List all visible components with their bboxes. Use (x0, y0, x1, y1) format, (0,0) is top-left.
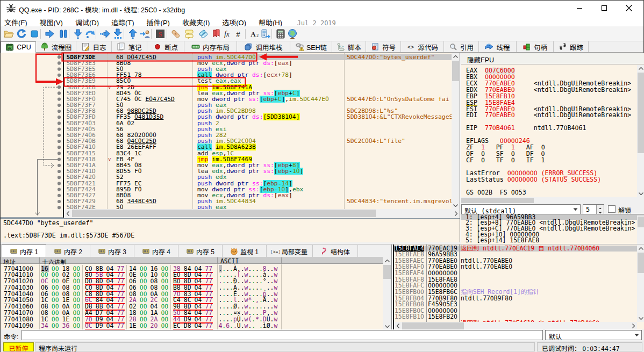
tab-源代码[interactable]: 源代码 (401, 41, 444, 52)
dump-tab-内存 5[interactable]: 内存 5 (178, 245, 223, 257)
menu-追踪(T)[interactable]: 追踪(T) (105, 16, 141, 26)
command-type-combo[interactable]: 默认 (545, 330, 642, 340)
close-button[interactable] (617, 1, 641, 16)
disasm-vscrollbar[interactable] (452, 53, 460, 209)
registers-hscrollbar[interactable] (461, 197, 644, 204)
scrollbar-arrow[interactable] (452, 53, 460, 60)
internet-globe-icon[interactable] (287, 28, 298, 39)
scrollbar-thumb[interactable] (461, 198, 534, 203)
scrollbar-arrow[interactable] (452, 209, 460, 218)
calculator-phone-icon[interactable] (260, 28, 270, 39)
dump-tab-局部变量[interactable]: 局部变量 (267, 245, 313, 257)
menu-视图(V)[interactable]: 视图(V) (33, 16, 69, 26)
struct-icon (320, 247, 328, 255)
open-folder-icon[interactable] (3, 28, 14, 39)
scrollbar-arrow[interactable] (452, 202, 460, 209)
bookmarks-icon[interactable] (211, 28, 222, 39)
dump-tab-监视 1[interactable]: 监视 1 (223, 245, 267, 257)
scrollbar-thumb[interactable] (638, 73, 644, 153)
stack-hscrollbar[interactable] (394, 322, 637, 330)
scrollbar-thumb[interactable] (638, 217, 644, 227)
menu-调试(D)[interactable]: 调试(D) (69, 16, 105, 26)
run-icon[interactable] (44, 28, 55, 39)
preferences-font-icon[interactable] (249, 28, 260, 39)
functions-fx-icon[interactable] (221, 28, 232, 39)
tab-流程图[interactable]: 流程图 (36, 41, 76, 52)
hex-dump[interactable]: 7704100016001800C08B04771400160038840477… (1, 264, 383, 331)
tab-符号[interactable]: 符号 (366, 41, 401, 52)
register-list[interactable]: EAX 007C6000EBX 00000000ECX 770EABE0 <nt… (461, 68, 637, 200)
scrollbar-thumb[interactable] (452, 61, 459, 81)
stop-icon[interactable] (29, 28, 40, 39)
tab-笔记[interactable]: 笔记 (112, 41, 147, 52)
minimize-button[interactable] (567, 1, 592, 16)
dump-row[interactable]: 77041090340036000CD904771E002000ECD80477… (1, 322, 383, 329)
dump-tab-内存 3[interactable]: 内存 3 (90, 245, 134, 257)
tab-SEH链[interactable]: SEH链 (290, 41, 332, 52)
scrollbar-arrow[interactable] (637, 190, 644, 197)
dump-tab-内存 1[interactable]: 内存 1 (2, 245, 46, 257)
run-to-user-code-icon[interactable] (127, 28, 138, 39)
tab-调用堆栈[interactable]: 调用堆栈 (237, 41, 290, 52)
scrollbar-arrow[interactable] (637, 245, 644, 252)
dump-row[interactable]: 770410801C001E0070D9047728002A0044D90477… (1, 316, 383, 322)
menu-插件(P)[interactable]: 插件(P) (140, 16, 176, 26)
argument-row[interactable]: 5: [esp+14] 15E8FAE8 (461, 238, 644, 243)
maximize-button[interactable] (592, 1, 617, 16)
arg-count-spinner[interactable]: 5 (583, 204, 604, 214)
registers-vscrollbar[interactable] (637, 65, 644, 197)
args-vscrollbar[interactable] (637, 215, 644, 244)
patches-icon[interactable] (170, 28, 181, 39)
menu-收藏夹(I)[interactable]: 收藏夹(I) (176, 16, 216, 26)
calculator-icon[interactable] (275, 28, 286, 39)
execute-till-return-icon[interactable] (99, 28, 110, 39)
tab-日志[interactable]: 日志 (76, 41, 112, 52)
scrollbar-thumb[interactable] (638, 253, 644, 273)
scrollbar-arrow[interactable] (383, 322, 391, 330)
tab-断点[interactable]: 断点 (147, 41, 184, 52)
menu-选项(O)[interactable]: 选项(O) (216, 16, 253, 26)
disasm-rows[interactable]: 5D8F73DE68 D047C45Dpush im.5DC447D05DC44… (64, 54, 452, 210)
scrollbar-arrow[interactable] (637, 314, 644, 322)
dump-tab-内存 4[interactable]: 内存 4 (134, 245, 178, 257)
menu-帮助(H)[interactable]: 帮助(H) (253, 16, 289, 26)
tab-跟踪[interactable]: 跟踪 (554, 41, 589, 52)
dump-row[interactable]: 7704103006000800C08D047706000800B88D0477… (1, 284, 383, 291)
settings-s-icon[interactable] (155, 28, 166, 39)
tab-脚本[interactable]: 脚本 (332, 41, 366, 52)
arguments-view[interactable]: 1: [esp+4] 96A59BB32: [esp+8] 770EABE0 <… (461, 214, 644, 243)
scrollbar-arrow[interactable] (629, 322, 637, 330)
scrollbar-arrow[interactable] (637, 65, 644, 72)
pause-icon[interactable] (58, 28, 69, 39)
stack-pane[interactable]: 15E8FAE4770EAC19返回到 ntdll.770EAC19 自 ntd… (393, 245, 644, 330)
labels-icon[interactable] (198, 28, 209, 39)
scrollbar-arrow[interactable] (64, 209, 71, 218)
scrollbar-arrow[interactable] (383, 257, 391, 264)
tab-线程[interactable]: 线程 (479, 41, 517, 52)
dump-tab-内存 2[interactable]: 内存 2 (46, 245, 90, 257)
comments-icon[interactable] (184, 28, 195, 39)
tab-引用[interactable]: 引用 (444, 41, 479, 52)
scrollbar-thumb[interactable] (383, 265, 391, 279)
dump-tab-结构体[interactable]: 结构体 (313, 245, 358, 257)
step-into-icon[interactable] (73, 28, 83, 39)
restart-icon[interactable] (16, 28, 27, 39)
tab-内存布局[interactable]: 内存布局 (184, 41, 237, 52)
dump-vscrollbar[interactable] (383, 257, 391, 330)
disasm-hscrollbar[interactable] (64, 209, 460, 218)
stack-row[interactable]: 15E8FB1015E8FB20 (394, 314, 644, 320)
step-over-icon[interactable] (85, 28, 96, 39)
unlock-checkbox[interactable] (608, 205, 616, 213)
command-input[interactable] (22, 330, 543, 340)
scrollbar-thumb[interactable] (402, 322, 464, 329)
step-into-source-icon[interactable] (112, 28, 123, 39)
hide-fpu-button[interactable]: 隐藏FPU (461, 53, 644, 64)
tab-句柄[interactable]: 句柄 (517, 41, 554, 52)
attach-icon[interactable] (139, 28, 150, 39)
scrollbar-arrow[interactable] (394, 322, 402, 330)
stack-vscrollbar[interactable] (637, 245, 644, 322)
tab-CPU[interactable]: CPU (1, 41, 36, 53)
hash-icon[interactable] (233, 28, 244, 39)
menu-文件(F)[interactable]: 文件(F) (0, 16, 33, 26)
scrollbar-thumb[interactable] (72, 210, 376, 217)
